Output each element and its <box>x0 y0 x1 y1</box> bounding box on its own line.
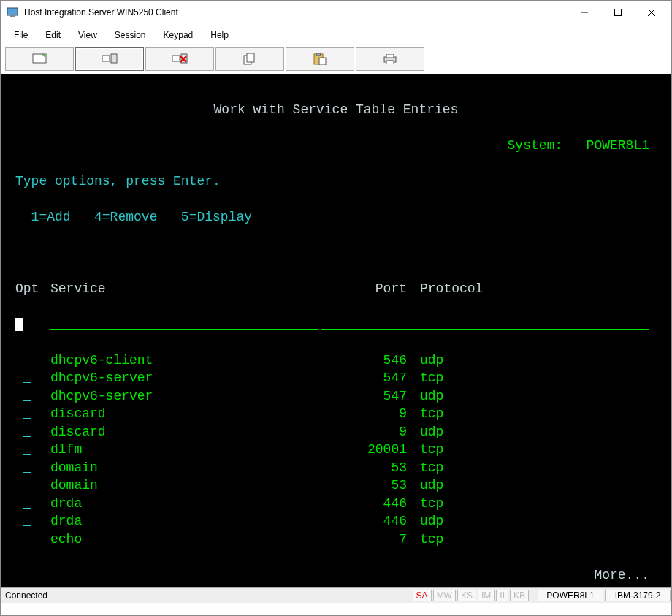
cell-service: discard <box>50 423 321 441</box>
cell-protocol: udp <box>420 476 639 495</box>
cell-service: discard <box>50 405 321 423</box>
menu-file[interactable]: File <box>5 27 37 43</box>
cell-service: echo <box>50 531 321 549</box>
paste-icon <box>313 53 327 65</box>
status-indicator: II <box>496 590 508 601</box>
status-device: IBM-3179-2 <box>605 590 671 601</box>
cell-protocol: tcp <box>420 441 639 459</box>
cell-protocol: tcp <box>420 495 639 513</box>
col-opt: Opt <box>15 280 50 298</box>
table-row[interactable]: dlfm20001tcp <box>15 441 657 459</box>
menu-keypad[interactable]: Keypad <box>155 27 202 43</box>
menu-view[interactable]: View <box>69 27 106 43</box>
svg-rect-8 <box>111 54 117 63</box>
print-icon <box>383 54 397 64</box>
toolbar-btn-6[interactable] <box>356 47 424 71</box>
cell-protocol: udp <box>420 351 639 370</box>
menu-edit[interactable]: Edit <box>37 27 69 43</box>
terminal[interactable]: Work with Service Table Entries System: … <box>1 74 671 587</box>
maximize-button[interactable] <box>601 1 635 24</box>
cell-service: drda <box>50 495 321 513</box>
table-row[interactable]: echo7tcp <box>15 531 657 549</box>
app-icon <box>7 7 18 18</box>
svg-rect-17 <box>319 58 326 65</box>
col-protocol: Protocol <box>420 280 639 298</box>
table-row[interactable]: discard9udp <box>15 423 657 441</box>
table-row[interactable]: dhcpv6-client546udp <box>15 351 657 370</box>
svg-rect-7 <box>102 56 110 61</box>
copy-icon <box>243 53 256 65</box>
svg-rect-3 <box>615 9 622 16</box>
toolbar-btn-1[interactable] <box>5 47 74 71</box>
close-button[interactable] <box>635 1 668 24</box>
menu-session[interactable]: Session <box>106 27 155 43</box>
cell-port: 53 <box>321 459 407 477</box>
cell-port: 546 <box>321 351 407 370</box>
disconnect-icon <box>172 53 188 65</box>
cell-protocol: tcp <box>420 531 639 549</box>
header-underline-row <box>15 316 657 334</box>
svg-rect-19 <box>386 54 394 58</box>
menu-help[interactable]: Help <box>202 27 237 43</box>
toolbar-btn-4[interactable] <box>215 47 284 71</box>
cell-port: 9 <box>321 405 407 423</box>
table-row[interactable]: domain53tcp <box>15 459 657 477</box>
cell-service: dlfm <box>50 441 321 459</box>
svg-rect-20 <box>386 61 394 64</box>
cell-port: 446 <box>321 512 407 531</box>
col-service: Service <box>50 280 321 298</box>
cell-protocol: tcp <box>420 405 639 423</box>
option-hints: 1=Add 4=Remove 5=Display <box>15 208 657 227</box>
cell-protocol: tcp <box>420 369 639 387</box>
cell-service: dhcpv6-server <box>50 369 321 387</box>
cell-port: 9 <box>321 423 407 441</box>
status-indicator: IM <box>478 590 495 601</box>
svg-rect-6 <box>33 54 46 63</box>
table-row[interactable]: dhcpv6-server547udp <box>15 387 657 406</box>
svg-rect-16 <box>316 53 321 56</box>
table-row[interactable]: drda446udp <box>15 512 657 531</box>
svg-rect-0 <box>7 8 18 15</box>
cell-protocol: tcp <box>420 459 639 477</box>
cell-service: drda <box>50 512 321 531</box>
cell-port: 53 <box>321 476 407 495</box>
more-indicator: More... <box>15 566 657 585</box>
table-row[interactable]: discard9tcp <box>15 405 657 423</box>
table-row[interactable]: domain53udp <box>15 476 657 495</box>
cell-service: domain <box>50 476 321 495</box>
cell-port: 547 <box>321 387 407 406</box>
table-row[interactable]: drda446tcp <box>15 495 657 513</box>
toolbar <box>1 47 671 71</box>
system-line: System: POWER8L1 <box>15 137 657 155</box>
toolbar-btn-2[interactable] <box>75 47 144 71</box>
cell-port: 547 <box>321 369 407 387</box>
cell-port: 446 <box>321 495 407 513</box>
cell-protocol: udp <box>420 512 639 531</box>
cell-port: 7 <box>321 531 407 549</box>
statusbar: Connected SAMWKSIMIIKB POWER8L1 IBM-3179… <box>1 587 671 603</box>
cell-protocol: udp <box>420 387 639 406</box>
cell-service: dhcpv6-server <box>50 387 321 406</box>
cell-protocol: udp <box>420 423 639 441</box>
status-indicator: KS <box>457 590 476 601</box>
cell-port: 20001 <box>321 441 407 459</box>
cursor <box>15 318 23 331</box>
status-indicator: MW <box>433 590 456 601</box>
col-port: Port <box>321 280 407 298</box>
menubar: File Edit View Session Keypad Help <box>1 24 671 47</box>
toolbar-btn-5[interactable] <box>286 47 354 71</box>
minimize-button[interactable] <box>568 1 601 24</box>
status-indicator: KB <box>510 590 529 601</box>
svg-rect-1 <box>10 15 15 17</box>
screen-heading: Work with Service Table Entries <box>15 101 657 119</box>
svg-rect-14 <box>247 53 254 62</box>
status-host: POWER8L1 <box>538 590 603 601</box>
status-indicator: SA <box>413 590 432 601</box>
instructions: Type options, press Enter. <box>15 172 657 191</box>
table-row[interactable]: dhcpv6-server547tcp <box>15 369 657 387</box>
svg-rect-9 <box>172 56 180 61</box>
toolbar-btn-3[interactable] <box>145 47 214 71</box>
cell-service: dhcpv6-client <box>50 351 321 370</box>
column-headers: Opt Service Port Protocol <box>15 280 657 298</box>
status-connected: Connected <box>1 590 52 601</box>
